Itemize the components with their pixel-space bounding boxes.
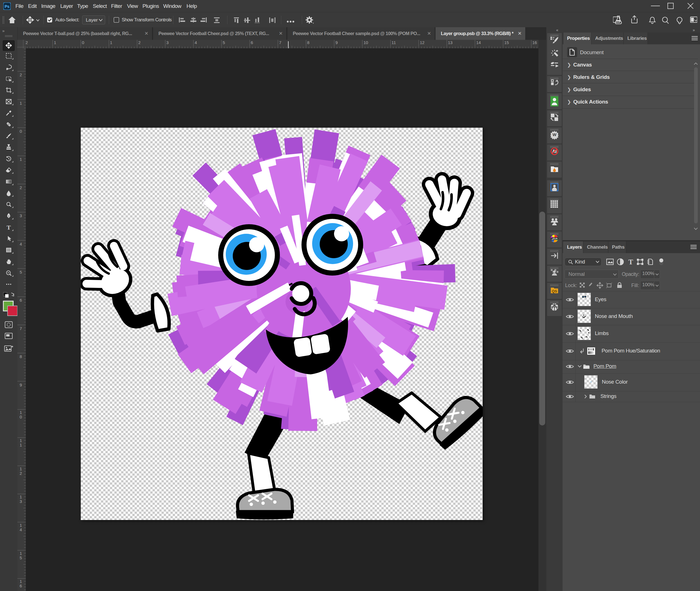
svg-text:1: 1 bbox=[20, 466, 22, 471]
svg-text:T: T bbox=[628, 258, 633, 265]
svg-text:6: 6 bbox=[20, 583, 22, 588]
svg-text:10: 10 bbox=[364, 40, 368, 45]
svg-text:12: 12 bbox=[420, 40, 424, 45]
svg-text:Ps: Ps bbox=[4, 4, 9, 9]
svg-text:16: 16 bbox=[532, 40, 537, 45]
svg-text:1: 1 bbox=[20, 443, 22, 447]
svg-text:6: 6 bbox=[20, 298, 22, 303]
svg-text:5: 5 bbox=[20, 270, 22, 274]
svg-text:1: 1 bbox=[110, 40, 112, 45]
svg-text:W: W bbox=[552, 132, 557, 137]
svg-text:0: 0 bbox=[82, 40, 84, 45]
svg-text:1: 1 bbox=[20, 495, 22, 499]
svg-text:T: T bbox=[7, 224, 11, 231]
svg-text:4: 4 bbox=[20, 242, 22, 246]
svg-text:QS: QS bbox=[552, 289, 557, 293]
svg-text:1: 1 bbox=[20, 579, 22, 584]
svg-text:9: 9 bbox=[335, 40, 338, 45]
svg-text:1: 1 bbox=[54, 40, 56, 45]
svg-text:5: 5 bbox=[223, 40, 225, 45]
svg-text:3: 3 bbox=[20, 213, 22, 218]
svg-text:14: 14 bbox=[476, 40, 481, 45]
svg-text:7: 7 bbox=[279, 40, 281, 45]
svg-text:8: 8 bbox=[20, 354, 22, 359]
svg-text:0: 0 bbox=[20, 129, 22, 134]
svg-text:13: 13 bbox=[448, 40, 453, 45]
svg-text:4: 4 bbox=[195, 40, 197, 45]
svg-text:2: 2 bbox=[20, 185, 22, 190]
svg-text:8: 8 bbox=[307, 40, 309, 45]
svg-text:1: 1 bbox=[20, 551, 22, 555]
svg-text:3: 3 bbox=[166, 40, 168, 45]
svg-text:15: 15 bbox=[504, 40, 509, 45]
svg-text:7: 7 bbox=[20, 326, 22, 331]
svg-text:1: 1 bbox=[20, 101, 22, 106]
svg-text:1: 1 bbox=[20, 157, 22, 161]
svg-text:1: 1 bbox=[20, 438, 22, 443]
svg-text:4: 4 bbox=[20, 527, 22, 532]
svg-text:1: 1 bbox=[20, 410, 22, 415]
svg-text:0: 0 bbox=[20, 414, 22, 419]
svg-text:2: 2 bbox=[20, 72, 22, 77]
svg-text:5: 5 bbox=[20, 555, 22, 560]
svg-text:11: 11 bbox=[391, 40, 396, 45]
svg-text:2: 2 bbox=[26, 40, 28, 45]
svg-text:3: 3 bbox=[20, 499, 22, 504]
svg-text:9: 9 bbox=[20, 383, 22, 387]
svg-text:6: 6 bbox=[251, 40, 253, 45]
svg-text:2: 2 bbox=[138, 40, 141, 45]
svg-text:1: 1 bbox=[20, 523, 22, 528]
svg-text:2: 2 bbox=[20, 471, 22, 476]
